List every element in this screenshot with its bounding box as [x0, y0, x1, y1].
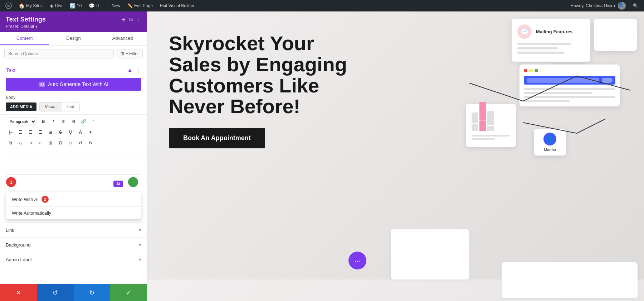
view-text-tab[interactable]: Text — [62, 102, 79, 111]
tab-advanced[interactable]: Advanced — [98, 32, 147, 45]
browser-lines — [524, 88, 615, 102]
confirm-button[interactable]: ✓ — [110, 284, 147, 301]
dot-red — [524, 69, 527, 72]
ai-icon: AI — [39, 82, 45, 87]
edit-page-nav[interactable]: ✏️ Edit Page — [125, 0, 156, 11]
dot-green — [535, 69, 538, 72]
tab-content[interactable]: Content — [0, 32, 49, 45]
wordpress-logo[interactable]: W — [3, 0, 14, 11]
layout-icon[interactable]: ⧉ — [129, 16, 133, 23]
panel-tabs: Content Design Advanced — [0, 32, 147, 46]
format-toolbar: Paragraph Heading 1 Heading 2 B I ≡ ⊟ 🔗 … — [0, 114, 147, 150]
write-with-ai-item[interactable]: Write With AI 2 — [6, 192, 141, 207]
filter-button[interactable]: ⊞ + Filter — [117, 49, 143, 58]
subscript-button[interactable]: x₂ — [16, 138, 25, 148]
pencil-icon: ✏️ — [127, 3, 133, 8]
background-chevron-icon: ▾ — [139, 242, 141, 248]
bubble-icon: 💬 — [89, 3, 95, 9]
ai-generate-button[interactable]: AI Auto Generate Text With AI — [6, 78, 141, 91]
redo-button[interactable]: ↻ — [74, 284, 111, 301]
purple-menu-button[interactable]: ··· — [348, 252, 366, 269]
section-collapse-icon[interactable]: ▲ — [127, 67, 133, 73]
hero-section: Skyrocket Your Sales by Engaging Custome… — [147, 11, 644, 301]
browser-line-4 — [524, 100, 570, 102]
underline-button[interactable]: U — [66, 128, 75, 137]
italic-button[interactable]: I — [49, 117, 58, 126]
chart-line-1 — [472, 135, 510, 137]
redo-editor-button[interactable]: ↻ — [86, 138, 95, 148]
write-automatically-item[interactable]: Write Automatically — [6, 207, 141, 219]
undo-button[interactable]: ↺ — [37, 284, 74, 301]
cancel-button[interactable]: ✕ — [0, 284, 37, 301]
ai-dropdown-menu: Write With AI 2 Write Automatically — [6, 192, 141, 220]
bold-button[interactable]: B — [39, 117, 48, 126]
browser-bar — [524, 76, 615, 85]
color-chevron-button[interactable]: ▾ — [86, 128, 95, 137]
ul-button[interactable]: ≡ — [59, 117, 68, 126]
link-button[interactable]: 🔗 — [79, 117, 88, 126]
mailing-card: ✉️ Mailing Features — [512, 19, 590, 62]
mailing-line-1 — [517, 43, 571, 45]
align-right-button[interactable]: ☰ — [26, 128, 35, 137]
paste-button[interactable]: ⧉ — [6, 138, 15, 148]
book-appointment-button[interactable]: Book An Appointment — [169, 128, 265, 148]
filter-icon: ⊞ — [121, 51, 124, 56]
text-section-title: Text — [6, 67, 16, 73]
comments-nav[interactable]: 🔄 10 — [67, 0, 84, 11]
user-greeting[interactable]: Howdy, Christina Gwira 👤 — [568, 0, 629, 11]
admin-label-section[interactable]: Admin Label ▾ — [0, 252, 147, 267]
table-button[interactable]: ⊞ — [46, 128, 55, 137]
my-sites-nav[interactable]: 🏠 My Sites — [16, 0, 45, 11]
ol-button[interactable]: ⊟ — [69, 117, 78, 126]
align-center-button[interactable]: ☰ — [16, 128, 25, 137]
bubbles-nav[interactable]: 💬 0 — [86, 0, 102, 11]
emoji-button[interactable]: ☺ — [66, 138, 75, 148]
divi-icon: ◈ — [50, 3, 54, 9]
tab-design[interactable]: Design — [49, 32, 98, 45]
align-justify-button[interactable]: ☰ — [36, 128, 45, 137]
link-section[interactable]: Link ▾ — [0, 223, 147, 237]
panel-title-row: Text Settings ⊞ ⧉ ⋮ — [6, 16, 141, 23]
settings-icon[interactable]: ⊞ — [121, 16, 126, 23]
add-media-button[interactable]: ADD MEDIA — [6, 102, 36, 111]
panel-preset[interactable]: Preset: Default ▾ — [6, 24, 141, 29]
ai-floating-badge[interactable]: AI — [113, 181, 123, 187]
mailing-card-header: ✉️ Mailing Features — [517, 24, 585, 39]
exit-builder-nav[interactable]: Exit Visual Builder — [157, 0, 197, 11]
more-icon[interactable]: ⋮ — [136, 16, 141, 23]
quote-button[interactable]: " — [89, 117, 98, 126]
search-area: ⊞ + Filter — [0, 46, 147, 62]
chart-line-2 — [472, 138, 495, 140]
chart-bar-3a — [487, 111, 494, 125]
green-circle-btn[interactable] — [128, 177, 138, 187]
outdent-button[interactable]: ⇤ — [36, 138, 45, 148]
bottom-right-card-1 — [391, 229, 469, 280]
user-avatar: 👤 — [618, 2, 626, 10]
section-controls: ▲ ⋮ — [127, 67, 141, 73]
chart-bar-1a — [472, 113, 478, 123]
browser-line-2 — [524, 92, 592, 94]
paragraph-select[interactable]: Paragraph Heading 1 Heading 2 — [6, 118, 36, 125]
right-content: Skyrocket Your Sales by Engaging Custome… — [147, 11, 644, 301]
panel-header: Text Settings ⊞ ⧉ ⋮ Preset: Default ▾ — [0, 11, 147, 32]
background-section[interactable]: Background ▾ — [0, 237, 147, 252]
search-nav[interactable]: 🔍 — [630, 0, 641, 11]
editor-area[interactable]: 1 AI — [6, 153, 141, 175]
special-char-button[interactable]: Ω — [56, 138, 65, 148]
divi-nav[interactable]: ◈ Divi — [47, 0, 65, 11]
align-left-button[interactable]: ⬱ — [6, 128, 15, 137]
color-button[interactable]: A — [76, 128, 85, 137]
format-row-3: ⧉ x₂ ⇥ ⇤ ⊞ Ω ☺ ↺ ↻ — [6, 138, 141, 148]
strikethrough-button[interactable]: S — [56, 128, 65, 137]
new-nav[interactable]: ＋ New — [103, 0, 123, 11]
view-visual-tab[interactable]: Visual — [40, 102, 61, 111]
section-more-icon[interactable]: ⋮ — [136, 67, 141, 73]
expand-button[interactable]: ⊞ — [46, 138, 55, 148]
svg-text:W: W — [7, 4, 10, 8]
indent-button[interactable]: ⇥ — [26, 138, 35, 148]
search-input[interactable] — [4, 49, 114, 58]
undo-editor-button[interactable]: ↺ — [76, 138, 85, 148]
browser-bar-fill — [527, 78, 599, 83]
mailing-line-3 — [517, 52, 565, 54]
martha-name: Martha — [539, 148, 561, 152]
